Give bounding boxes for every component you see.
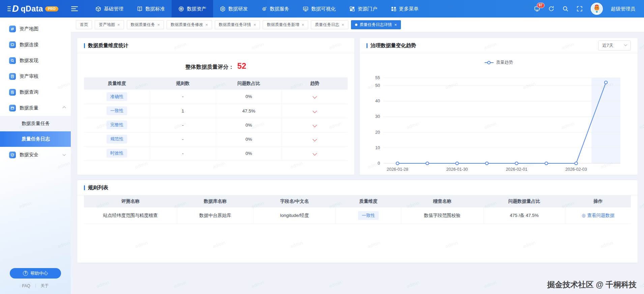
tab-quality-task-log-detail[interactable]: 质量任务日志详情×	[351, 20, 401, 29]
about-link[interactable]: 关于	[41, 283, 49, 289]
collapse-menu-icon[interactable]	[71, 6, 78, 11]
question-icon: ?	[23, 271, 28, 276]
rule-count: 1	[150, 104, 216, 118]
tab-quality-task-edit[interactable]: 数据质量任务修改×	[167, 20, 212, 29]
active-tab-dot	[355, 24, 357, 26]
tab-label: 数据质量任务	[131, 22, 155, 28]
close-icon[interactable]: ×	[394, 23, 397, 27]
close-icon[interactable]: ×	[157, 23, 160, 27]
pro-badge: PRO	[45, 6, 58, 11]
column-header: 问题数占比	[216, 77, 282, 90]
tab-quality-task-log[interactable]: 质量任务日志×	[311, 20, 348, 29]
audit-icon	[9, 73, 16, 80]
sidebar-item-asset-audit[interactable]: 资产审核	[0, 68, 71, 84]
dimension-tag[interactable]: 一致性	[358, 211, 379, 220]
sidebar-item-data-connection[interactable]: 数据连接	[0, 37, 71, 53]
rule-name: 站点经纬度范围与精度稽查	[84, 207, 177, 224]
nav-item-data-visualization[interactable]: 数据可视化	[296, 0, 343, 18]
svg-text:2026-02-01: 2026-02-01	[506, 167, 527, 172]
main-content: 数据质量维度统计 整体数据质量评分：52 质量维度规则数问题数占比趋势准确性 -…	[71, 32, 644, 294]
logo[interactable]: D qData PRO	[0, 4, 69, 13]
logo-text: qData	[21, 4, 43, 13]
trend-down-icon	[313, 137, 317, 141]
issue-ratio: 0%	[216, 90, 282, 104]
tab-home[interactable]: 首页	[76, 20, 92, 29]
close-icon[interactable]: ×	[205, 23, 208, 27]
nav-item-basic-management[interactable]: 基础管理	[89, 0, 130, 18]
sidebar-item-label: 数据质量	[20, 105, 59, 111]
table-row: 规范性 - 0%	[84, 132, 348, 146]
nav-item-label: 更多菜单	[399, 6, 419, 12]
tab-quality-task-detail[interactable]: 数据质量任务详情×	[215, 20, 260, 29]
dimension-table: 质量维度规则数问题数占比趋势准确性 - 0% 一致性 1 47.5% 完整性 -…	[84, 77, 348, 161]
nav-item-more-menu[interactable]: 更多菜单	[384, 0, 426, 18]
tab-quality-task-add[interactable]: 数据质量任务新增×	[263, 20, 308, 29]
title-accent-bar	[84, 43, 85, 48]
column-header: 操作	[565, 195, 631, 207]
trend-chart: 01020304050552026-01-282026-01-302026-02…	[363, 69, 633, 175]
fullscreen-icon[interactable]	[577, 6, 583, 12]
tab-asset-map[interactable]: 资产地图×	[95, 20, 124, 29]
trend-down-icon	[313, 123, 317, 127]
rule-count: -	[150, 146, 216, 160]
notification-icon[interactable]: 97	[534, 6, 540, 12]
rule-count: -	[150, 118, 216, 132]
nav-item-data-service[interactable]: 数据服务	[255, 0, 296, 18]
sidebar-item-label: 数据发现	[20, 58, 65, 64]
dimension-tag[interactable]: 准确性	[107, 92, 127, 101]
rule-count: -	[150, 90, 216, 104]
dimension-tag[interactable]: 一致性	[107, 106, 127, 115]
table-row: 一致性 1 47.5%	[84, 104, 348, 118]
close-icon[interactable]: ×	[117, 23, 120, 27]
search-icon[interactable]	[562, 6, 568, 12]
divider	[35, 284, 36, 288]
nav-item-label: 数据标准	[145, 6, 165, 12]
dimension-tag[interactable]: 时效性	[107, 149, 127, 158]
view-issue-data-link[interactable]: ◎查看问题数据	[582, 213, 614, 219]
sidebar-item-data-quality[interactable]: 数据质量	[0, 100, 71, 116]
sidebar-item-data-query[interactable]: 数据查询	[0, 84, 71, 100]
svg-text:50: 50	[375, 83, 380, 88]
sidebar-item-quality-task[interactable]: 数据质量任务	[0, 116, 71, 131]
sidebar-item-data-discovery[interactable]: 数据发现	[0, 53, 71, 68]
user-name[interactable]: 超级管理员	[611, 6, 636, 12]
close-icon[interactable]: ×	[342, 23, 344, 27]
sidebar-item-quality-task-log[interactable]: 质量任务日志	[0, 131, 71, 147]
faq-link[interactable]: FAQ	[22, 284, 30, 288]
nav-item-label: 数据可视化	[311, 6, 336, 12]
title-accent-bar	[84, 185, 85, 190]
nav-item-label: 基础管理	[104, 6, 123, 12]
monitor-chart-icon	[303, 6, 309, 12]
database-name: 数据中台原始库	[177, 207, 254, 224]
tab-label: 数据质量任务修改	[171, 22, 203, 28]
chart-legend[interactable]: 质量趋势	[360, 60, 638, 65]
column-header: 质量维度	[84, 77, 150, 90]
column-header: 稽查名称	[401, 195, 483, 207]
dimension-tag[interactable]: 完整性	[107, 121, 127, 129]
refresh-icon[interactable]	[548, 6, 554, 12]
sidebar-item-data-security[interactable]: 数据安全	[0, 147, 71, 163]
nav-item-data-standard[interactable]: 数据标准	[130, 0, 172, 18]
issue-ratio: 0%	[216, 132, 282, 146]
sidebar-item-asset-map[interactable]: 资产地图	[0, 21, 71, 37]
column-header: 规则数	[150, 77, 216, 90]
nav-item-resource-portal[interactable]: 资源门户	[343, 0, 384, 18]
close-icon[interactable]: ×	[301, 23, 304, 27]
tab-quality-task[interactable]: 数据质量任务×	[127, 20, 164, 29]
chevron-up-icon	[63, 106, 66, 110]
overall-score: 整体数据质量评分：52	[77, 61, 354, 71]
rule-count: -	[150, 132, 216, 146]
tab-label: 资产地图	[99, 22, 115, 28]
help-center-button[interactable]: ? 帮助中心	[10, 268, 61, 279]
nav-item-data-dev[interactable]: 数据研发	[213, 0, 255, 18]
field-name: longitude/经度	[254, 207, 335, 224]
dimension-tag[interactable]: 规范性	[107, 135, 127, 143]
time-range-select[interactable]: 近7天	[598, 40, 631, 51]
logo-icon: D	[7, 4, 19, 13]
avatar[interactable]	[591, 3, 603, 15]
svg-text:30: 30	[375, 114, 380, 119]
close-icon[interactable]: ×	[254, 23, 256, 27]
nav-item-data-asset[interactable]: 数据资产	[172, 0, 213, 18]
table-row: 时效性 - 0%	[84, 146, 348, 160]
sidebar-footer: ? 帮助中心 FAQ 关于	[0, 268, 71, 294]
